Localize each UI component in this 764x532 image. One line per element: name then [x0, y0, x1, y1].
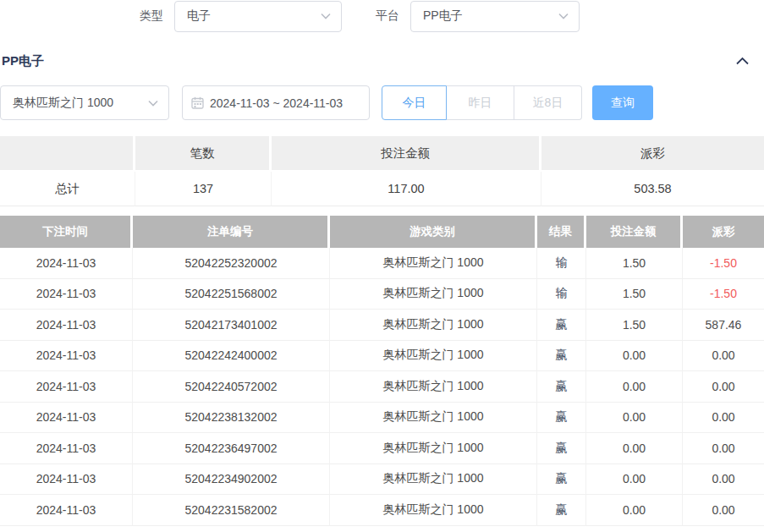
summary-total-count: 137: [135, 172, 272, 206]
cell-payout: -1.50: [683, 279, 764, 310]
table-row: 2024-11-03 52042242400002 奥林匹斯之门 1000 赢 …: [0, 341, 764, 372]
chevron-up-icon: [735, 56, 750, 69]
summary-total-row: 总计 137 117.00 503.58: [0, 172, 764, 206]
cell-bet-amount: 1.50: [586, 310, 683, 341]
platform-label: 平台: [376, 8, 399, 24]
cell-game: 奥林匹斯之门 1000: [330, 371, 537, 403]
cell-bet-id: 52042238132002: [133, 403, 330, 434]
toolbar: 奥林匹斯之门 1000 2024-11-03 ~ 2024-11-03 今日 昨…: [0, 85, 764, 120]
collapse-button[interactable]: [734, 54, 751, 68]
last8days-button[interactable]: 近8日: [514, 85, 582, 120]
summary-table: 笔数 投注金额 派彩 总计 137 117.00 503.58: [0, 136, 764, 206]
cell-bet-id: 52042236497002: [133, 433, 330, 464]
type-label: 类型: [140, 8, 163, 24]
detail-table: 下注时间 注单编号 游戏类别 结果 投注金额 派彩 2024-11-03 520…: [0, 216, 764, 526]
date-range-input[interactable]: 2024-11-03 ~ 2024-11-03: [182, 85, 370, 120]
section-title: PP电子: [2, 53, 44, 69]
platform-select[interactable]: PP电子: [410, 1, 580, 32]
table-row: 2024-11-03 52042251568002 奥林匹斯之门 1000 输 …: [0, 279, 764, 310]
cell-bet-id: 52042234902002: [133, 464, 330, 496]
cell-bet-time: 2024-11-03: [0, 371, 133, 403]
cell-bet-time: 2024-11-03: [0, 403, 133, 434]
table-row: 2024-11-03 52042238132002 奥林匹斯之门 1000 赢 …: [0, 403, 764, 434]
page: 类型 电子 平台 PP电子 PP电子 奥林匹斯之门 1000: [0, 0, 764, 532]
detail-header-payout: 派彩: [683, 216, 764, 248]
cell-bet-time: 2024-11-03: [0, 310, 133, 341]
cell-bet-amount: 0.00: [586, 371, 683, 403]
cell-game: 奥林匹斯之门 1000: [330, 433, 537, 464]
type-select[interactable]: 电子: [174, 1, 342, 32]
detail-header-time: 下注时间: [0, 216, 133, 248]
cell-bet-amount: 0.00: [586, 433, 683, 464]
cell-game: 奥林匹斯之门 1000: [330, 310, 537, 341]
cell-game: 奥林匹斯之门 1000: [330, 279, 537, 310]
quick-range-group: 今日 昨日 近8日: [382, 85, 582, 120]
cell-game: 奥林匹斯之门 1000: [330, 403, 537, 434]
cell-payout: 0.00: [683, 371, 764, 403]
detail-header-row: 下注时间 注单编号 游戏类别 结果 投注金额 派彩: [0, 216, 764, 248]
detail-header-bet-amount: 投注金额: [586, 216, 683, 248]
cell-result: 赢: [537, 341, 586, 372]
table-row: 2024-11-03 52042252320002 奥林匹斯之门 1000 输 …: [0, 248, 764, 279]
cell-result: 赢: [537, 371, 586, 403]
platform-select-value: PP电子: [423, 8, 463, 24]
cell-payout: 587.46: [683, 310, 764, 341]
cell-payout: 0.00: [683, 464, 764, 496]
cell-game: 奥林匹斯之门 1000: [330, 464, 537, 496]
cell-bet-id: 52042231582002: [133, 495, 330, 526]
summary-header-bet-amount: 投注金额: [272, 136, 541, 172]
calendar-icon: [191, 96, 204, 109]
cell-bet-time: 2024-11-03: [0, 341, 133, 372]
cell-bet-amount: 0.00: [586, 341, 683, 372]
cell-bet-id: 52042240572002: [133, 371, 330, 403]
table-row: 2024-11-03 52042231582002 奥林匹斯之门 1000 赢 …: [0, 495, 764, 526]
date-range-value: 2024-11-03 ~ 2024-11-03: [210, 96, 343, 110]
cell-game: 奥林匹斯之门 1000: [330, 495, 537, 526]
detail-table-body: 2024-11-03 52042252320002 奥林匹斯之门 1000 输 …: [0, 248, 764, 526]
detail-header-game: 游戏类别: [330, 216, 537, 248]
caret-down-icon: [321, 13, 331, 19]
type-select-value: 电子: [187, 8, 211, 24]
table-row: 2024-11-03 52042236497002 奥林匹斯之门 1000 赢 …: [0, 433, 764, 464]
summary-total-bet-amount: 117.00: [272, 172, 541, 206]
summary-total-label: 总计: [0, 172, 135, 206]
top-filter-bar: 类型 电子 平台 PP电子: [0, 0, 764, 32]
cell-bet-time: 2024-11-03: [0, 495, 133, 526]
cell-bet-amount: 0.00: [586, 464, 683, 496]
cell-bet-amount: 0.00: [586, 495, 683, 526]
cell-bet-time: 2024-11-03: [0, 248, 133, 279]
cell-payout: 0.00: [683, 341, 764, 372]
detail-header-bet-id: 注单编号: [133, 216, 330, 248]
cell-bet-id: 52042252320002: [133, 248, 330, 279]
today-button[interactable]: 今日: [382, 85, 447, 120]
summary-total-payout: 503.58: [541, 172, 764, 206]
game-select-value: 奥林匹斯之门 1000: [13, 96, 113, 111]
cell-bet-amount: 0.00: [586, 403, 683, 434]
cell-result: 赢: [537, 495, 586, 526]
cell-result: 赢: [537, 403, 586, 434]
cell-game: 奥林匹斯之门 1000: [330, 248, 537, 279]
cell-payout: 0.00: [683, 495, 764, 526]
cell-bet-time: 2024-11-03: [0, 464, 133, 496]
cell-bet-amount: 1.50: [586, 279, 683, 310]
cell-bet-amount: 1.50: [586, 248, 683, 279]
caret-down-icon: [148, 100, 158, 107]
table-row: 2024-11-03 52042173401002 奥林匹斯之门 1000 赢 …: [0, 310, 764, 341]
summary-header-count: 笔数: [135, 136, 272, 172]
summary-header-empty: [0, 136, 135, 172]
cell-result: 输: [537, 279, 586, 310]
summary-header-row: 笔数 投注金额 派彩: [0, 136, 764, 172]
cell-bet-time: 2024-11-03: [0, 433, 133, 464]
search-button[interactable]: 查询: [592, 85, 653, 120]
summary-header-payout: 派彩: [541, 136, 764, 172]
cell-result: 赢: [537, 310, 586, 341]
caret-down-icon: [558, 13, 569, 19]
yesterday-button[interactable]: 昨日: [447, 85, 514, 120]
cell-bet-id: 52042242400002: [133, 341, 330, 372]
cell-payout: 0.00: [683, 403, 764, 434]
cell-bet-time: 2024-11-03: [0, 279, 133, 310]
game-select[interactable]: 奥林匹斯之门 1000: [0, 85, 169, 120]
cell-result: 输: [537, 248, 586, 279]
table-row: 2024-11-03 52042234902002 奥林匹斯之门 1000 赢 …: [0, 464, 764, 496]
section-header: PP电子: [0, 44, 764, 78]
